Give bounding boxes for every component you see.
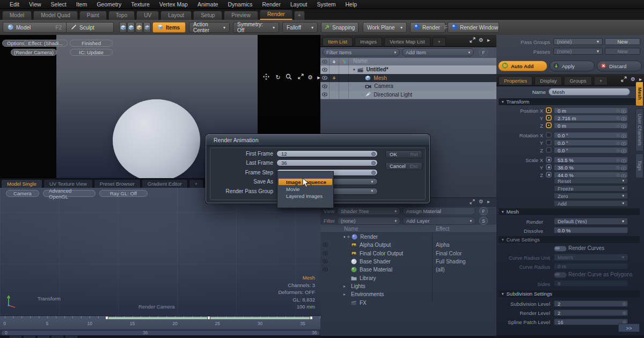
pass-groups-dropdown[interactable]: (none)▾ xyxy=(553,38,603,45)
bottom-bar-button[interactable] xyxy=(24,336,35,338)
properties-tab-display[interactable]: Display xyxy=(535,76,562,85)
maximize-icon[interactable] xyxy=(621,76,627,83)
eye-icon[interactable] xyxy=(621,149,626,155)
menu-vertex-map[interactable]: Vertex Map xyxy=(155,1,193,8)
preview-ic-update-button[interactable]: IC: Update xyxy=(70,49,113,56)
channel-toggle[interactable] xyxy=(546,147,552,153)
transform-value-field[interactable]: 0.0 ° xyxy=(554,132,628,138)
viewport-tab-add[interactable]: + xyxy=(189,179,204,188)
menu-file[interactable]: File xyxy=(0,1,5,8)
render-mode-dropdown[interactable]: Default (Yes)▾ xyxy=(554,218,628,225)
timeline-range-handle[interactable] xyxy=(207,316,210,320)
viewport-tab-uv-texture-view[interactable]: UV Texture View xyxy=(43,179,93,188)
viewport-tab-model-single[interactable]: Model Single xyxy=(1,179,42,188)
eye-icon[interactable] xyxy=(621,158,626,164)
shader-s-button[interactable]: S xyxy=(479,217,488,225)
shader-tree-row[interactable]: ▾+Render xyxy=(320,233,496,241)
channel-circle-icon[interactable] xyxy=(371,152,376,156)
shader-tree-row[interactable]: ▸Lights xyxy=(320,282,496,290)
workspace-tab-layout[interactable]: Layout xyxy=(160,11,192,20)
subdiv-value-field[interactable]: 16 xyxy=(554,319,628,325)
gear-icon[interactable]: ⚙ xyxy=(306,74,314,81)
gear-icon[interactable]: ⚙ xyxy=(631,76,635,82)
eye-icon[interactable] xyxy=(621,109,626,115)
shader-f-button[interactable]: F xyxy=(479,207,488,215)
eye-toggle[interactable] xyxy=(320,242,330,248)
item-list-row[interactable]: ·-Directional Light xyxy=(320,91,496,100)
work-plane-button[interactable]: Work Plane▾ xyxy=(363,22,407,33)
plus-cell[interactable]: + xyxy=(330,74,339,83)
transform-action-zero[interactable]: Zero▾ xyxy=(554,193,628,199)
items-mode-button[interactable]: Items xyxy=(152,22,186,33)
item-list-tab-item-list[interactable]: Item List xyxy=(323,37,353,46)
viewport-tab-gradient-editor[interactable]: Gradient Editor xyxy=(142,179,188,188)
gear-icon[interactable]: ⚙ xyxy=(479,199,484,204)
workspace-tab-model[interactable]: Model xyxy=(2,11,32,20)
plus-icon[interactable]: + xyxy=(347,234,350,240)
preview-finished-button[interactable]: Finished xyxy=(70,40,113,47)
item-list-row[interactable]: ·-Camera xyxy=(320,82,496,91)
plus-cell[interactable] xyxy=(330,65,339,74)
menu-item[interactable]: Item xyxy=(71,1,92,8)
dialog-title-bar[interactable]: Render Animation xyxy=(206,135,429,146)
properties-tab-add[interactable]: + xyxy=(594,76,608,85)
symmetry-button[interactable]: Symmetry: Off▾ xyxy=(233,22,279,33)
shader-tree-row[interactable]: Base Material(all) xyxy=(320,266,496,274)
expand-arrow-icon[interactable]: ▾ xyxy=(353,68,355,72)
add-layer-dropdown[interactable]: Add Layer▾ xyxy=(402,217,475,225)
render-window-button[interactable]: Render Window xyxy=(448,22,499,33)
zoom-icon[interactable] xyxy=(284,74,293,81)
transform-action-reset[interactable]: Reset▾ xyxy=(554,178,628,184)
color-cell[interactable] xyxy=(339,91,349,99)
eye-toggle[interactable] xyxy=(320,91,330,99)
curve-radius-unit-dropdown[interactable]: Meters▾ xyxy=(554,254,628,261)
color-cell[interactable] xyxy=(339,74,349,83)
timeline-scrub-row[interactable]: 03636 xyxy=(0,329,320,335)
workspace-tab-topo[interactable]: Topo xyxy=(108,11,135,20)
menu-edit[interactable]: Edit xyxy=(5,1,24,8)
item-list-tab-add[interactable]: + xyxy=(433,37,447,46)
action-center-button[interactable]: Action Center▾ xyxy=(189,22,230,33)
channel-toggle[interactable] xyxy=(546,122,552,128)
item-list-row[interactable]: ▾Untitled* xyxy=(320,65,496,75)
side-tab-user-channels[interactable]: User Channels xyxy=(635,108,643,151)
plus-cell[interactable] xyxy=(330,82,339,91)
workspace-tab-add[interactable]: + xyxy=(294,11,305,20)
transform-value-field[interactable]: 0 m xyxy=(554,107,628,114)
workspace-tab-uv[interactable]: UV xyxy=(136,11,159,20)
viewport-button-camera[interactable]: Camera xyxy=(6,190,39,197)
transform-value-field[interactable]: 2.716 m xyxy=(554,115,628,121)
preview-effect-button[interactable]: Effect: (Shadi... xyxy=(24,40,68,47)
shader-tree-row[interactable]: Base ShaderFull Shading xyxy=(320,258,496,266)
selection-mode-button-4[interactable] xyxy=(143,22,151,33)
channel-circle-icon[interactable] xyxy=(371,161,376,165)
dropdown-option-layered-images[interactable]: Layered Images xyxy=(279,193,332,199)
menu-help[interactable]: Help xyxy=(341,1,362,8)
transform-action-freeze[interactable]: Freeze▾ xyxy=(554,185,628,192)
shader-tree-row[interactable]: Alpha OutputAlpha xyxy=(320,241,496,249)
selection-mode-button-2[interactable] xyxy=(127,22,135,33)
panel-menu-icon[interactable]: ▸ xyxy=(487,37,490,43)
transform-value-field[interactable]: 38.0 % xyxy=(554,164,628,171)
color-cell[interactable] xyxy=(339,82,349,91)
mesh-section-header[interactable]: ▾Mesh xyxy=(499,208,640,215)
maximize-icon[interactable] xyxy=(470,199,475,205)
sides-field[interactable]: 8 xyxy=(554,280,628,286)
falloff-button[interactable]: Falloff▾ xyxy=(282,22,318,33)
selection-mode-button-3[interactable] xyxy=(135,22,143,33)
collapsed-arrow-icon[interactable]: ▸ xyxy=(343,292,346,297)
transform-value-field[interactable]: 0.0 ° xyxy=(554,139,628,146)
gear-icon[interactable]: ⚙ xyxy=(479,37,484,43)
render-button[interactable]: Render F9 xyxy=(410,22,445,33)
bottom-bar-button[interactable] xyxy=(65,336,77,338)
menu-select[interactable]: Select xyxy=(46,1,71,8)
add-item-dropdown[interactable]: Add Item▾ xyxy=(402,48,474,56)
menu-texture[interactable]: Texture xyxy=(126,1,154,8)
menu-animate[interactable]: Animate xyxy=(193,1,223,8)
properties-tab-properties[interactable]: Properties xyxy=(499,76,532,85)
selection-mode-button-1[interactable] xyxy=(119,22,127,33)
collapsed-arrow-icon[interactable]: ▸ xyxy=(343,284,346,289)
workspace-tab-preview[interactable]: Preview xyxy=(224,11,258,20)
channel-toggle[interactable] xyxy=(546,164,552,170)
menu-render[interactable]: Render xyxy=(258,1,286,8)
